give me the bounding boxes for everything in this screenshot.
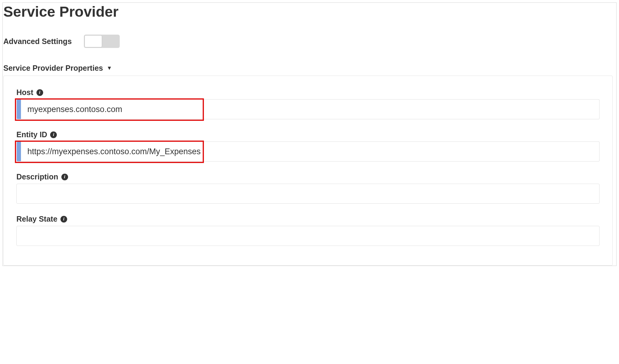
service-provider-properties-header[interactable]: Service Provider Properties ▼: [3, 64, 613, 73]
description-field-group: Description i: [16, 172, 600, 204]
info-icon[interactable]: i: [50, 131, 57, 138]
relay-state-label-text: Relay State: [16, 215, 57, 223]
description-label-text: Description: [16, 172, 58, 181]
entity-id-input-wrapper: [16, 141, 600, 162]
description-input-wrapper: [16, 184, 600, 204]
required-accent-bar: [17, 100, 21, 119]
relay-state-field-group: Relay State i: [16, 215, 600, 246]
entity-id-field-group: Entity ID i: [16, 130, 600, 162]
required-accent-bar: [17, 142, 21, 161]
entity-id-label: Entity ID i: [16, 130, 600, 139]
advanced-settings-row: Advanced Settings: [3, 35, 613, 48]
properties-panel: Host i Entity ID i Description: [3, 76, 613, 266]
info-icon[interactable]: i: [36, 89, 43, 96]
entity-id-input[interactable]: [16, 141, 600, 162]
advanced-settings-label: Advanced Settings: [3, 37, 72, 46]
relay-state-input[interactable]: [16, 226, 600, 246]
info-icon[interactable]: i: [60, 216, 67, 223]
caret-down-icon: ▼: [107, 65, 112, 71]
advanced-settings-toggle[interactable]: [84, 35, 120, 48]
host-input-wrapper: [16, 99, 600, 119]
description-input[interactable]: [16, 184, 600, 204]
toggle-thumb: [84, 35, 102, 47]
relay-state-input-wrapper: [16, 226, 600, 246]
entity-id-label-text: Entity ID: [16, 130, 47, 139]
info-icon[interactable]: i: [61, 174, 68, 180]
page-title: Service Provider: [3, 3, 613, 20]
host-label-text: Host: [16, 88, 33, 97]
section-title: Service Provider Properties: [3, 64, 103, 73]
description-label: Description i: [16, 172, 600, 181]
relay-state-label: Relay State i: [16, 215, 600, 223]
host-field-group: Host i: [16, 88, 600, 119]
page-container: Service Provider Advanced Settings Servi…: [2, 2, 617, 266]
host-input[interactable]: [16, 99, 600, 119]
host-label: Host i: [16, 88, 600, 97]
